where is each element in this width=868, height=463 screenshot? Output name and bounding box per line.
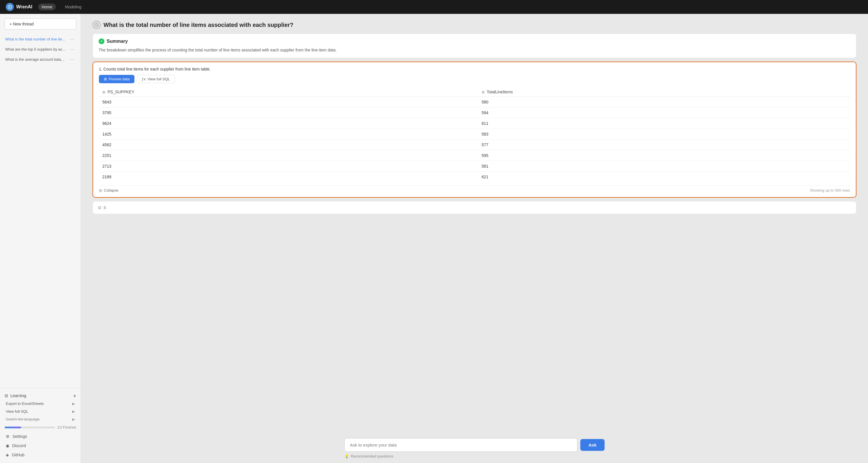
cell-suppkey: 1425	[99, 129, 478, 140]
logo-text: WrenAI	[16, 4, 32, 9]
learning-section: ⊟ Learning ∨ Export to Excel/Sheets ▶ Vi…	[5, 392, 76, 429]
collapse-button[interactable]: ◎ Collapse	[99, 188, 119, 193]
learning-item-label: Switch the language	[6, 417, 40, 421]
question-icon	[93, 21, 101, 29]
cell-suppkey: 3795	[99, 107, 478, 118]
svg-point-1	[9, 6, 10, 7]
cell-suppkey: 2251	[99, 150, 478, 161]
progress-bar	[5, 427, 55, 428]
column-suppkey: ⊞ PS_SUPPKEY	[99, 87, 478, 97]
table-row: 3795 594	[99, 107, 850, 118]
logo-icon	[6, 3, 14, 11]
question-header: What is the total number of line items a…	[93, 21, 857, 29]
data-card: 1. Counts total line items for each supp…	[93, 62, 857, 198]
learning-item-label: Export to Excel/Sheets	[6, 401, 44, 406]
chat-scroll: What is the total number of line items a…	[81, 14, 868, 435]
content-area: What is the total number of line items a…	[81, 14, 868, 463]
collapse-icon: ◎	[99, 188, 102, 193]
thread-item-menu-icon[interactable]: ⋯	[68, 36, 75, 42]
cell-total: 594	[478, 107, 850, 118]
column-icon: ⊞	[482, 90, 485, 94]
thread-item[interactable]: What is the total number of line ite... …	[2, 34, 79, 44]
cell-total: 621	[478, 172, 850, 183]
cell-suppkey: 9624	[99, 118, 478, 129]
github-icon: ◈	[6, 453, 9, 457]
new-thread-button[interactable]: + New thread	[5, 19, 76, 30]
step-label: 1. Counts total line items for each supp…	[99, 67, 850, 71]
nav-modeling[interactable]: Modeling	[62, 3, 85, 10]
cell-total: 580	[478, 97, 850, 107]
table-row: 5643 580	[99, 97, 850, 107]
recommended-questions: 💡 Recommended questions	[344, 454, 604, 458]
learning-label: Learning	[10, 393, 26, 398]
sidebar-link-label: Discord	[12, 443, 26, 448]
cell-total: 577	[478, 140, 850, 150]
cell-suppkey: 5643	[99, 97, 478, 107]
progress-fill	[5, 427, 21, 428]
cell-suppkey: 4582	[99, 140, 478, 150]
sidebar-item-discord[interactable]: ◉ Discord	[5, 441, 76, 450]
thread-item-text: What are the top 5 suppliers by ac...	[5, 47, 68, 52]
data-table: ⊞ PS_SUPPKEY ⊞ TotalLineItems 5643	[99, 87, 850, 182]
sidebar: + New thread What is the total number of…	[0, 14, 81, 463]
ask-button[interactable]: Ask	[580, 439, 604, 451]
top-nav: WrenAI Home Modeling	[0, 0, 868, 14]
learning-header[interactable]: ⊟ Learning ∨	[5, 392, 76, 400]
table-icon: ⊞	[104, 77, 107, 81]
table-row: 2251 595	[99, 150, 850, 161]
input-area: Ask 💡 Recommended questions	[81, 435, 868, 463]
learning-icon: ⊟	[5, 393, 8, 398]
nav-home[interactable]: Home	[38, 3, 56, 10]
summary-card: ✓ Summary The breakdown simplifies the p…	[93, 34, 857, 58]
table-row: 2713 581	[99, 161, 850, 172]
sidebar-bottom: ⊟ Learning ∨ Export to Excel/Sheets ▶ Vi…	[0, 388, 81, 463]
thread-item[interactable]: What is the average account bala... ⋯	[2, 54, 79, 64]
page-title: What is the total number of line items a…	[103, 22, 293, 28]
summary-title: Summary	[107, 39, 128, 44]
thread-item[interactable]: What are the top 5 suppliers by ac... ⋯	[2, 44, 79, 54]
thread-item-menu-icon[interactable]: ⋯	[68, 57, 75, 62]
preview-data-button[interactable]: ⊞ Prevew data	[99, 75, 134, 83]
view-sql-button[interactable]: ƒx View full SQL	[137, 75, 175, 83]
learning-item-arrow-icon: ▶	[72, 402, 75, 406]
column-icon: ⊞	[102, 90, 105, 94]
sidebar-link-label: GitHub	[12, 453, 25, 457]
sql-preview-card: ⊡ S	[93, 201, 857, 214]
column-suppkey-label: PS_SUPPKEY	[107, 90, 134, 94]
function-icon: ƒx	[142, 77, 146, 81]
learning-item-arrow-icon: ▶	[72, 409, 75, 414]
learning-header-left: ⊟ Learning	[5, 393, 26, 398]
thread-item-text: What is the average account bala...	[5, 57, 68, 62]
progress-bar-container: 1/3 Finished	[5, 425, 76, 429]
column-total-label: TotalLineItems	[487, 90, 513, 94]
table-row: 2189 621	[99, 172, 850, 183]
table-row: 1425 583	[99, 129, 850, 140]
sql-preview-text: S	[103, 205, 106, 210]
progress-text: 1/3 Finished	[57, 425, 76, 429]
summary-text: The breakdown simplifies the process of …	[99, 47, 850, 53]
thread-item-menu-icon[interactable]: ⋯	[68, 46, 75, 52]
preview-data-label: Prevew data	[109, 77, 129, 81]
summary-header: ✓ Summary	[99, 38, 850, 44]
sidebar-item-settings[interactable]: ⚙ Settings	[5, 432, 76, 441]
cell-total: 595	[478, 150, 850, 161]
search-input[interactable]	[344, 438, 578, 452]
gear-icon: ⚙	[6, 434, 9, 439]
thread-list: What is the total number of line ite... …	[0, 34, 81, 388]
learning-item-export[interactable]: Export to Excel/Sheets ▶	[5, 400, 76, 407]
rows-info: Showing up to 500 rows	[810, 188, 850, 193]
table-row: 9624 611	[99, 118, 850, 129]
learning-item-language[interactable]: Switch the language ▶	[5, 415, 76, 423]
cell-total: 581	[478, 161, 850, 172]
logo: WrenAI	[6, 3, 32, 11]
thread-item-text: What is the total number of line ite...	[5, 37, 68, 41]
recommended-label: Recommended questions	[351, 454, 393, 458]
view-sql-label: View full SQL	[148, 77, 170, 81]
learning-item-arrow-icon: ▶	[72, 417, 75, 421]
cell-total: 611	[478, 118, 850, 129]
lightbulb-icon: 💡	[344, 454, 349, 458]
sidebar-item-github[interactable]: ◈ GitHub	[5, 450, 76, 460]
cell-suppkey: 2189	[99, 172, 478, 183]
learning-item-sql[interactable]: View full SQL ▶	[5, 407, 76, 415]
card-footer: ◎ Collapse Showing up to 500 rows	[99, 186, 850, 193]
